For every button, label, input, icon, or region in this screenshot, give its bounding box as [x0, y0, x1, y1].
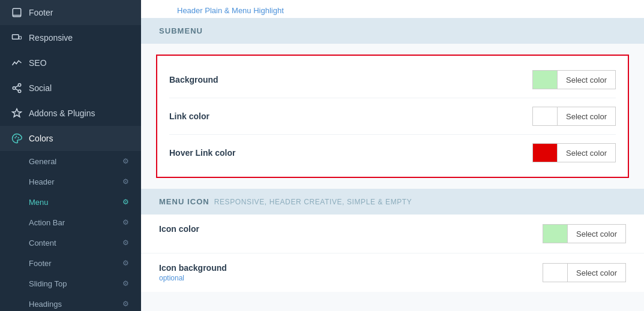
hover-link-color-select-button[interactable]: Select color	[558, 143, 616, 162]
hover-link-color-swatch[interactable]	[532, 143, 558, 162]
sidebar-item-addons[interactable]: Addons & Plugins	[0, 101, 141, 126]
sidebar-subitem-headings-label: Headings	[29, 300, 62, 309]
menu-icon-section-header: MENU ICON RESPONSIVE, HEADER CREATIVE, S…	[141, 189, 644, 215]
submenu-section-header: SUBMENU	[141, 18, 644, 44]
menu-icon-sub-label: RESPONSIVE, HEADER CREATIVE, SIMPLE & EM…	[214, 198, 412, 206]
sidebar-item-addons-label: Addons & Plugins	[29, 108, 130, 118]
sidebar-subitem-footer[interactable]: Footer ⚙	[0, 253, 141, 273]
social-icon	[11, 82, 23, 94]
sidebar-subitem-action-bar[interactable]: Action Bar ⚙	[0, 212, 141, 233]
sidebar-item-responsive-label: Responsive	[29, 33, 130, 43]
sidebar-item-footer-label: Footer	[29, 8, 130, 17]
icon-color-picker: Select color	[543, 224, 626, 243]
sidebar-subitem-menu[interactable]: Menu ⚙	[0, 192, 141, 212]
icon-bg-label-text: Icon background	[159, 263, 543, 273]
icon-bg-color-swatch[interactable]	[543, 263, 568, 282]
sidebar-subitem-content[interactable]: Content ⚙	[0, 233, 141, 253]
svg-line-7	[15, 89, 18, 90]
gear-icon-headings: ⚙	[121, 299, 130, 309]
svg-point-9	[14, 137, 16, 138]
sidebar-subitem-sliding-top[interactable]: Sliding Top ⚙	[0, 273, 141, 294]
sidebar-item-colors-label: Colors	[29, 134, 130, 143]
link-color-picker: Select color	[532, 107, 616, 126]
menu-icon-main-label: MENU ICON	[159, 197, 209, 206]
link-color-swatch[interactable]	[532, 107, 558, 126]
icon-background-row: Icon background optional Select color	[141, 253, 644, 292]
background-select-color-button[interactable]: Select color	[558, 70, 616, 89]
gear-icon-footer: ⚙	[121, 258, 130, 268]
sidebar-subitem-footer-label: Footer	[29, 259, 52, 268]
responsive-icon	[11, 32, 23, 44]
sidebar-item-responsive[interactable]: Responsive	[0, 25, 141, 50]
background-color-row: Background Select color	[169, 62, 616, 98]
icon-color-label-text: Icon color	[159, 224, 543, 234]
sidebar-item-footer[interactable]: Footer	[0, 0, 141, 25]
icon-color-row: Icon color Select color	[141, 215, 644, 253]
background-color-swatch[interactable]	[532, 70, 558, 89]
sidebar-item-colors[interactable]: Colors	[0, 126, 141, 151]
top-link[interactable]: Header Plain & Menu Highlight	[159, 2, 302, 21]
hover-link-color-picker: Select color	[532, 143, 616, 162]
background-label: Background	[169, 75, 532, 84]
submenu-color-box: Background Select color Link color Selec…	[156, 55, 629, 178]
sidebar-item-seo[interactable]: SEO	[0, 50, 141, 76]
gear-icon-menu: ⚙	[121, 197, 130, 207]
icon-bg-label-group: Icon background optional	[159, 263, 543, 282]
sidebar: Footer Responsive SEO Social Addons & Pl…	[0, 0, 141, 311]
sidebar-subitem-headings[interactable]: Headings ⚙	[0, 294, 141, 311]
gear-icon-general: ⚙	[121, 156, 130, 166]
footer-icon	[11, 7, 23, 19]
background-color-picker: Select color	[532, 70, 616, 89]
svg-point-10	[18, 137, 19, 138]
link-color-select-button[interactable]: Select color	[558, 107, 616, 126]
hover-link-color-row: Hover Link color Select color	[169, 135, 616, 171]
gear-icon-sliding-top: ⚙	[121, 279, 130, 288]
sidebar-subitem-sliding-top-label: Sliding Top	[29, 279, 67, 288]
hover-link-color-label: Hover Link color	[169, 148, 532, 158]
sidebar-subitem-action-bar-label: Action Bar	[29, 218, 65, 227]
svg-line-8	[15, 86, 18, 87]
gear-icon-action-bar: ⚙	[121, 218, 130, 227]
seo-icon	[11, 57, 23, 69]
sidebar-subitem-general[interactable]: General ⚙	[0, 151, 141, 171]
gear-icon-header: ⚙	[121, 177, 130, 186]
icon-bg-color-picker: Select color	[543, 263, 626, 282]
icon-color-select-button[interactable]: Select color	[568, 224, 626, 243]
gear-icon-content: ⚙	[121, 238, 130, 247]
addons-icon	[11, 107, 23, 119]
link-color-label: Link color	[169, 111, 532, 121]
svg-rect-2	[13, 35, 19, 40]
svg-point-4	[18, 84, 21, 87]
main-content: Header Plain & Menu Highlight SUBMENU Ba…	[141, 0, 644, 311]
sidebar-item-social[interactable]: Social	[0, 76, 141, 101]
svg-point-6	[18, 90, 21, 93]
svg-point-11	[16, 136, 17, 137]
sidebar-item-seo-label: SEO	[29, 58, 130, 68]
sidebar-item-social-label: Social	[29, 83, 130, 93]
sidebar-subitem-content-label: Content	[29, 238, 56, 247]
svg-point-5	[13, 87, 16, 90]
svg-rect-3	[19, 37, 22, 40]
sidebar-subitem-header[interactable]: Header ⚙	[0, 171, 141, 192]
sidebar-subitem-menu-label: Menu	[29, 198, 49, 207]
optional-text: optional	[159, 274, 543, 282]
colors-icon	[11, 132, 23, 144]
link-color-row: Link color Select color	[169, 98, 616, 135]
sidebar-subitem-general-label: General	[29, 157, 56, 166]
icon-color-swatch[interactable]	[543, 224, 568, 243]
sidebar-subitem-header-label: Header	[29, 177, 55, 186]
icon-bg-select-button[interactable]: Select color	[568, 263, 626, 282]
